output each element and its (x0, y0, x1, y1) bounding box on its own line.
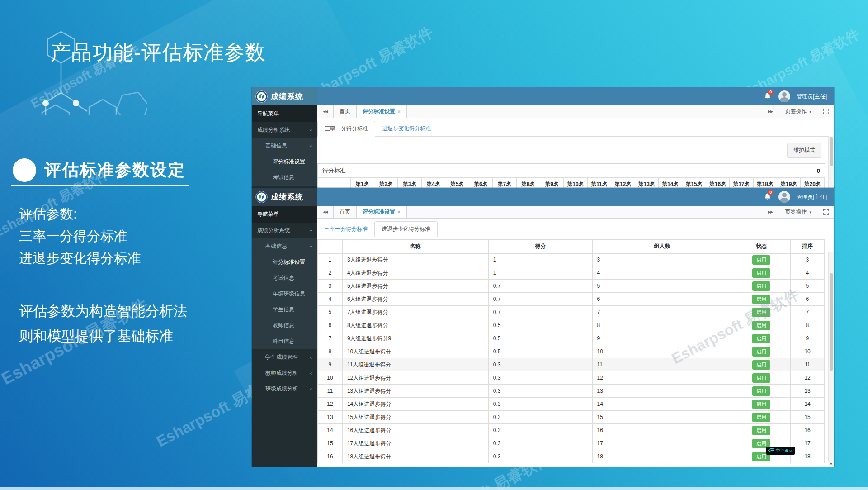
fullscreen-button[interactable] (818, 105, 834, 118)
table-row[interactable]: 15 17人组进退步得分 0.3 17 启用 17 (318, 437, 825, 450)
subtab-progress-change[interactable]: 进退步变化得分标准 (374, 221, 438, 237)
table-row[interactable]: 7 9人组进退步得分9 0.5 9 启用 9 (318, 332, 825, 345)
app-body: 导航菜单 成绩分析系统 › 基础信息 › (252, 105, 834, 188)
table-row[interactable]: 1 3人组进退步得分 1 3 启用 3 (318, 253, 825, 266)
sidebar-item[interactable]: 基础信息 › (252, 238, 317, 254)
app-header: 成绩系统 0 管理员[主任] (252, 87, 834, 105)
status-badge: 启用 (752, 360, 770, 370)
rank-column-header: 第10名 (564, 178, 587, 188)
sidebar-item[interactable]: 成绩分析系统 › (252, 122, 317, 138)
body-line: 三率一分得分标准 (19, 225, 141, 247)
table-row[interactable]: 13 15人组进退步得分 0.3 15 启用 15 (318, 411, 825, 424)
chevron-down-icon: › (309, 145, 313, 147)
scrollbar-thumb[interactable] (830, 273, 833, 371)
scroll-tabs-left-button[interactable]: ◀◀ (317, 206, 334, 218)
row-score: 0.3 (488, 424, 592, 437)
toolbar-row: 维护模式 (317, 143, 821, 158)
sidebar-item[interactable]: 评分标准设置 (252, 254, 317, 270)
sidebar-item[interactable]: 学生成绩管理 ‹ (252, 349, 317, 365)
app-logo[interactable]: 成绩系统 (252, 87, 317, 105)
status-badge: 启用 (752, 281, 770, 291)
rank-column-header: 第2名 (374, 178, 398, 188)
table-header-row: 名称 得分 组人数 状态 排序 (318, 240, 825, 253)
row-order: 14 (790, 398, 824, 411)
notifications-button[interactable]: 0 (764, 92, 772, 100)
tab-operations-dropdown[interactable]: 页签操作 ▾ (778, 105, 818, 118)
app-logo[interactable]: 成绩系统 (252, 188, 317, 206)
header-right: 0 管理员[主任] (764, 87, 834, 105)
sidebar-item[interactable]: 教师成绩分析 ‹ (252, 365, 317, 381)
scroll-tabs-right-button[interactable]: ▶▶ (762, 105, 778, 118)
panel-tool-icon[interactable]: 0 (817, 167, 820, 174)
table-row[interactable]: 4 6人组进退步得分 0.7 6 启用 6 (318, 293, 825, 306)
close-tab-icon[interactable]: × (397, 109, 401, 115)
maintain-mode-button[interactable]: 维护模式 (787, 143, 821, 158)
sidebar-item[interactable]: 考试信息 (252, 270, 317, 286)
table-row[interactable]: 9 11人组进退步得分 0.3 11 启用 11 (318, 358, 825, 371)
scroll-tabs-left-button[interactable]: ◀◀ (317, 105, 334, 118)
table-row[interactable]: 16 18人组进退步得分 0.3 18 启用 18 (318, 450, 825, 463)
row-score: 0.7 (488, 293, 592, 306)
table-row[interactable]: 3 5人组进退步得分 0.7 5 启用 5 (318, 280, 825, 293)
vertical-scrollbar[interactable] (828, 136, 834, 188)
rank-score-table: 第1名第2名第3名第4名第5名第6名第7名第8名第9名第10名第11名第12名第… (318, 177, 825, 188)
sidebar-item[interactable]: 成绩分析系统 › (252, 223, 317, 238)
tab-score-settings[interactable]: 评分标准设置 × (356, 105, 407, 118)
chevron-down-icon: › (309, 129, 313, 131)
tab-home[interactable]: 首页 (334, 206, 356, 218)
sidebar-item[interactable]: 教师信息 (252, 318, 317, 333)
table-row[interactable]: 12 14人组进退步得分 0.3 14 启用 14 (318, 398, 825, 411)
row-order: 4 (790, 266, 824, 280)
sidebar-item[interactable]: 年级班级信息 (252, 286, 317, 302)
row-index: 16 (318, 450, 343, 463)
row-groupsize: 12 (592, 371, 732, 385)
row-status: 启用 (732, 332, 790, 345)
row-groupsize: 15 (592, 411, 732, 424)
scrollbar-down-button[interactable]: ▼ (828, 461, 834, 467)
sidebar-item[interactable]: 班级成绩分析 ‹ (252, 381, 317, 397)
row-index: 11 (318, 385, 343, 398)
row-status: 启用 (732, 293, 790, 306)
panel-header: 得分标准 0 (318, 164, 825, 177)
subtab-three-rates[interactable]: 三率一分得分标准 (317, 121, 375, 137)
row-score: 0.7 (488, 280, 592, 293)
row-score: 1 (488, 266, 592, 280)
row-name: 13人组进退步得分 (342, 385, 488, 398)
status-badge: 启用 (752, 255, 770, 265)
table-row[interactable]: 10 12人组进退步得分 0.3 12 启用 12 (318, 371, 825, 385)
vertical-scrollbar[interactable] (828, 252, 834, 461)
subtab-progress-change[interactable]: 进退步变化得分标准 (375, 121, 438, 136)
col-order: 排序 (790, 240, 824, 253)
avatar[interactable] (778, 90, 790, 102)
table-row[interactable]: 11 13人组进退步得分 0.3 13 启用 13 (318, 385, 825, 398)
table-row[interactable]: 8 10人组进退步得分 0.5 10 启用 10 (318, 345, 825, 358)
table-row[interactable]: 6 8人组进退步得分 0.5 8 启用 8 (318, 319, 825, 332)
scroll-tabs-right-button[interactable]: ▶▶ (762, 206, 778, 218)
avatar[interactable] (778, 191, 790, 203)
table-row[interactable]: 2 4人组进退步得分 1 4 启用 4 (318, 266, 825, 280)
table-row[interactable]: 14 16人组进退步得分 0.3 16 启用 16 (318, 424, 825, 437)
sidebar-item-label: 评分标准设置 (273, 158, 305, 166)
sidebar-item[interactable]: 基础信息 › (252, 138, 317, 154)
tab-home[interactable]: 首页 (334, 105, 356, 118)
row-name: 9人组进退步得分9 (342, 332, 488, 345)
row-status: 启用 (732, 385, 790, 398)
scrollbar-thumb[interactable] (830, 137, 833, 166)
rank-column-header: 第3名 (398, 178, 421, 188)
close-tab-icon[interactable]: × (397, 209, 401, 215)
row-status: 启用 (732, 319, 790, 332)
tab-operations-dropdown[interactable]: 页签操作 ▾ (778, 206, 818, 218)
subtab-bar: 三率一分得分标准 进退步变化得分标准 (317, 219, 834, 237)
sidebar-item[interactable]: 评分标准设置 (252, 154, 317, 170)
sidebar-item[interactable]: 考试信息 (252, 170, 317, 186)
sidebar-item[interactable]: 科目信息 (252, 333, 317, 349)
sidebar-item[interactable]: 学生信息 (252, 302, 317, 318)
rank-header-row: 第1名第2名第3名第4名第5名第6名第7名第8名第9名第10名第11名第12名第… (318, 178, 825, 188)
fullscreen-button[interactable] (818, 206, 834, 218)
table-row[interactable]: 5 7人组进退步得分 0.7 7 启用 7 (318, 306, 825, 319)
notifications-button[interactable]: 0 (764, 193, 772, 201)
row-order: 11 (790, 358, 824, 371)
tab-score-settings[interactable]: 评分标准设置 × (356, 206, 407, 218)
slide-background: Esharpsoft 易睿软件 Esharpsoft 易睿软件 Esharpso… (0, 0, 868, 490)
subtab-three-rates[interactable]: 三率一分得分标准 (317, 222, 374, 237)
